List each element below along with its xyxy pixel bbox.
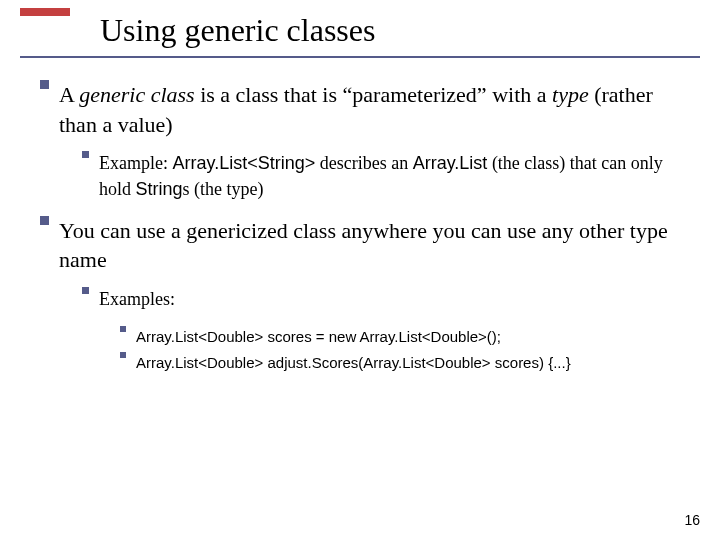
title-underline — [20, 56, 700, 58]
text-code: Array.List<String> — [172, 153, 315, 173]
bullet-text: You can use a genericized class anywhere… — [59, 216, 690, 275]
page-number: 16 — [684, 512, 700, 528]
text-italic: generic class — [79, 82, 194, 107]
title-block: Using generic classes — [100, 12, 690, 55]
square-bullet-icon — [120, 352, 126, 358]
text-italic: type — [552, 82, 589, 107]
text-run: describes an — [315, 153, 412, 173]
bullet-text: Example: Array.List<String> describes an… — [99, 151, 690, 201]
slide-title: Using generic classes — [100, 12, 690, 55]
accent-bar — [20, 8, 70, 16]
bullet-level1: A generic class is a class that is “para… — [40, 80, 690, 139]
bullet-level3: Array.List<Double> adjust.Scores(Array.L… — [120, 352, 690, 375]
bullet-level2: Example: Array.List<String> describes an… — [82, 151, 690, 201]
bullet-level1: You can use a genericized class anywhere… — [40, 216, 690, 275]
slide-content: A generic class is a class that is “para… — [40, 80, 690, 377]
square-bullet-icon — [82, 151, 89, 158]
text-run: s (the type) — [183, 179, 264, 199]
square-bullet-icon — [120, 326, 126, 332]
square-bullet-icon — [40, 80, 49, 89]
square-bullet-icon — [40, 216, 49, 225]
text-run: A — [59, 82, 79, 107]
bullet-text: Examples: — [99, 287, 690, 312]
text-code: Array.List — [413, 153, 488, 173]
code-example: Array.List<Double> scores = new Array.Li… — [136, 326, 690, 349]
square-bullet-icon — [82, 287, 89, 294]
bullet-text: A generic class is a class that is “para… — [59, 80, 690, 139]
bullet-level2: Examples: — [82, 287, 690, 312]
text-code: String — [136, 179, 183, 199]
text-run: Example: — [99, 153, 172, 173]
code-example: Array.List<Double> adjust.Scores(Array.L… — [136, 352, 690, 375]
text-run: is a class that is “parameterized” with … — [195, 82, 552, 107]
bullet-level3: Array.List<Double> scores = new Array.Li… — [120, 326, 690, 349]
